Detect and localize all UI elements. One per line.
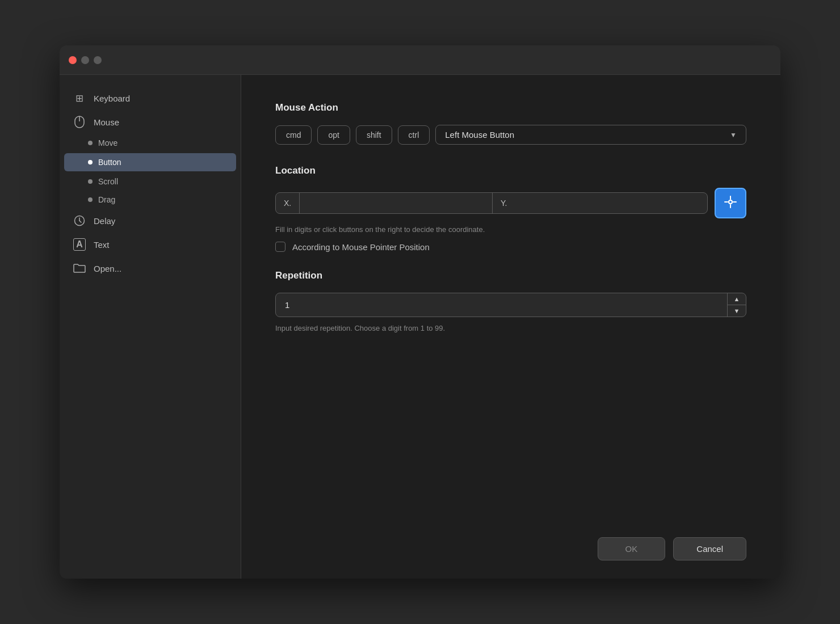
titlebar bbox=[60, 45, 780, 75]
bullet-scroll bbox=[88, 179, 93, 184]
sidebar-item-mouse-label: Mouse bbox=[94, 117, 119, 127]
sidebar-item-text-label: Text bbox=[94, 240, 110, 250]
svg-line-4 bbox=[79, 221, 81, 222]
sidebar: ⊞ Keyboard Mouse Move bbox=[60, 75, 241, 579]
crosshair-button[interactable] bbox=[715, 188, 746, 218]
x-label: X. bbox=[276, 193, 300, 213]
xy-input-group: X. Y. bbox=[275, 192, 708, 214]
maximize-button[interactable] bbox=[94, 56, 102, 64]
sidebar-sub-item-move[interactable]: Move bbox=[60, 134, 241, 152]
button-dropdown[interactable]: Left Mouse Button ▼ bbox=[435, 125, 746, 145]
content: Mouse Action cmd opt shift ctrl Left Mou… bbox=[241, 75, 780, 526]
coord-row: X. Y. bbox=[275, 188, 746, 218]
ok-button[interactable]: OK bbox=[598, 537, 666, 560]
location-section: Location X. Y. bbox=[275, 165, 746, 252]
sidebar-item-delay[interactable]: Delay bbox=[60, 209, 241, 233]
bottom-bar: OK Cancel bbox=[241, 526, 780, 579]
repetition-title: Repetition bbox=[275, 270, 746, 281]
sidebar-item-open[interactable]: Open... bbox=[60, 256, 241, 280]
sidebar-sub-item-scroll-label: Scroll bbox=[98, 177, 118, 186]
y-label: Y. bbox=[492, 193, 515, 213]
bullet-move bbox=[88, 141, 93, 145]
cmd-button[interactable]: cmd bbox=[275, 125, 312, 145]
repetition-hint: Input desired repetition. Choose a digit… bbox=[275, 324, 746, 332]
location-title: Location bbox=[275, 165, 746, 176]
sidebar-sub-item-button-label: Button bbox=[98, 158, 121, 167]
sidebar-sub-item-button[interactable]: Button bbox=[64, 153, 236, 171]
stepper-group: ▲ ▼ bbox=[275, 293, 746, 317]
sidebar-item-delay-label: Delay bbox=[94, 216, 115, 226]
minimize-button[interactable] bbox=[81, 56, 89, 64]
checkbox-row: According to Mouse Pointer Position bbox=[275, 242, 746, 252]
close-button[interactable] bbox=[69, 56, 77, 64]
keyboard-icon: ⊞ bbox=[73, 92, 86, 104]
shift-button[interactable]: shift bbox=[356, 125, 392, 145]
sidebar-sub-item-drag-label: Drag bbox=[98, 195, 115, 204]
repetition-input[interactable] bbox=[276, 293, 727, 317]
cancel-button[interactable]: Cancel bbox=[673, 537, 746, 560]
repetition-section: Repetition ▲ ▼ Input desired repetition.… bbox=[275, 270, 746, 332]
mouse-icon bbox=[73, 116, 86, 128]
sidebar-sub-item-move-label: Move bbox=[98, 138, 117, 147]
mouse-action-title: Mouse Action bbox=[275, 102, 746, 113]
app-window: ⊞ Keyboard Mouse Move bbox=[60, 45, 780, 579]
content-area: Mouse Action cmd opt shift ctrl Left Mou… bbox=[241, 75, 780, 579]
crosshair-icon bbox=[724, 195, 737, 212]
stepper-controls: ▲ ▼ bbox=[727, 293, 746, 317]
sidebar-item-mouse[interactable]: Mouse bbox=[60, 110, 241, 134]
sidebar-item-text[interactable]: A Text bbox=[60, 233, 241, 256]
opt-button[interactable]: opt bbox=[317, 125, 350, 145]
ctrl-button[interactable]: ctrl bbox=[398, 125, 430, 145]
mouse-action-section: Mouse Action cmd opt shift ctrl Left Mou… bbox=[275, 102, 746, 145]
bullet-button bbox=[88, 160, 93, 165]
modifier-row: cmd opt shift ctrl Left Mouse Button ▼ bbox=[275, 125, 746, 145]
button-dropdown-value: Left Mouse Button bbox=[445, 130, 514, 140]
stepper-up-button[interactable]: ▲ bbox=[728, 293, 746, 305]
x-input[interactable] bbox=[300, 193, 492, 213]
delay-icon bbox=[73, 214, 86, 227]
sidebar-sub-item-scroll[interactable]: Scroll bbox=[60, 172, 241, 191]
coord-hint: Fill in digits or click buttons on the r… bbox=[275, 225, 746, 234]
folder-icon bbox=[73, 262, 86, 275]
y-input[interactable] bbox=[515, 193, 707, 213]
sidebar-sub-item-drag[interactable]: Drag bbox=[60, 191, 241, 209]
mouse-position-label: According to Mouse Pointer Position bbox=[292, 242, 430, 252]
bullet-drag bbox=[88, 197, 93, 202]
sidebar-item-keyboard-label: Keyboard bbox=[94, 94, 130, 103]
dropdown-arrow-icon: ▼ bbox=[730, 131, 737, 139]
main-layout: ⊞ Keyboard Mouse Move bbox=[60, 75, 780, 579]
text-icon: A bbox=[73, 238, 86, 251]
sidebar-item-open-label: Open... bbox=[94, 264, 121, 273]
svg-point-5 bbox=[729, 200, 732, 204]
mouse-position-checkbox[interactable] bbox=[275, 242, 285, 252]
stepper-down-button[interactable]: ▼ bbox=[728, 305, 746, 317]
sidebar-item-keyboard[interactable]: ⊞ Keyboard bbox=[60, 86, 241, 110]
